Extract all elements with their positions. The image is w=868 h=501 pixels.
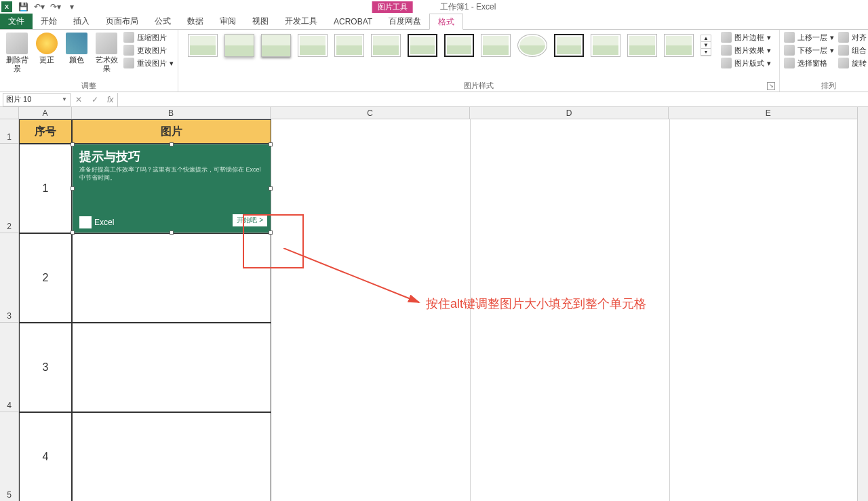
resize-handle-ne[interactable] — [269, 142, 273, 146]
tab-file[interactable]: 文件 — [0, 14, 33, 29]
remove-background-button[interactable]: 删除背景 — [3, 31, 31, 75]
color-button[interactable]: 颜色 — [62, 31, 91, 66]
style-item-4[interactable] — [298, 34, 328, 57]
col-header-A[interactable]: A — [19, 107, 72, 119]
tab-baidu[interactable]: 百度网盘 — [380, 14, 429, 29]
col-header-C[interactable]: C — [271, 107, 470, 119]
border-label: 图片边框 — [734, 33, 764, 43]
col-header-D[interactable]: D — [470, 107, 669, 119]
selpane-label: 选择窗格 — [797, 58, 827, 68]
artistic-button[interactable]: 艺术效果 — [92, 31, 121, 75]
style-item-10[interactable] — [517, 34, 547, 57]
align-button[interactable]: 对齐 ▾ — [837, 31, 868, 43]
qat-save[interactable]: 💾 — [15, 1, 31, 13]
cell-B3[interactable] — [72, 233, 271, 323]
select-all-button[interactable] — [0, 107, 19, 119]
cell-A5[interactable]: 4 — [19, 412, 72, 501]
cell-A3[interactable]: 2 — [19, 233, 72, 323]
style-item-11[interactable] — [554, 34, 584, 57]
remove-bg-label: 删除背景 — [4, 56, 30, 73]
embedded-picture[interactable]: 提示与技巧 准备好提高工作效率了吗？这里有五个快速提示，可帮助你在 Excel … — [72, 144, 271, 233]
styles-launcher[interactable]: ↘ — [767, 82, 775, 90]
cell-B5[interactable] — [72, 412, 271, 501]
cell-A4[interactable]: 3 — [19, 323, 72, 412]
rotate-button[interactable]: 旋转 ▾ — [837, 57, 868, 69]
style-item-12[interactable] — [591, 34, 620, 57]
compress-pic-button[interactable]: 压缩图片 — [122, 31, 175, 43]
tab-formulas[interactable]: 公式 — [146, 14, 179, 29]
style-item-9[interactable] — [481, 34, 511, 57]
chevron-down-icon[interactable]: ▼ — [62, 96, 67, 102]
change-pic-button[interactable]: 更改图片 — [122, 44, 175, 56]
name-box[interactable]: 图片 10▼ — [3, 93, 71, 106]
style-item-7[interactable] — [408, 34, 437, 57]
style-item-6[interactable] — [371, 34, 401, 57]
cell-col-E[interactable] — [670, 119, 868, 501]
qat-undo[interactable]: ↶▾ — [31, 1, 47, 13]
qat-custom[interactable]: ▾ — [64, 1, 80, 13]
change-icon — [123, 45, 134, 56]
group-button[interactable]: 组合 ▾ — [837, 44, 868, 56]
picture-layout-button[interactable]: 图片版式 ▾ — [719, 57, 772, 69]
tab-data[interactable]: 数据 — [179, 14, 212, 29]
contextual-tab-label: 图片工具 — [372, 1, 413, 13]
formula-bar: 图片 10▼ ✕ ✓ fx — [0, 92, 868, 107]
cell-A2[interactable]: 1 — [19, 144, 72, 233]
pic-subtitle: 准备好提高工作效率了吗？这里有五个快速提示，可帮助你在 Excel 中节省时间。 — [73, 166, 271, 182]
resize-handle-e[interactable] — [269, 186, 273, 191]
gallery-more[interactable]: ▲▼▾ — [701, 35, 711, 56]
selpane-icon — [784, 58, 795, 68]
piclayout-label: 图片版式 — [734, 58, 764, 68]
cells-area[interactable]: 序号 图片 1 2 3 4 提示与技巧 准备好提高工作效率了吗？这里有五个快速提… — [19, 119, 868, 501]
style-item-13[interactable] — [627, 34, 657, 57]
accept-formula-button[interactable]: ✓ — [87, 95, 103, 104]
row-header-5[interactable]: 5 — [0, 412, 19, 501]
tab-insert[interactable]: 插入 — [65, 14, 98, 29]
row-header-2[interactable]: 2 — [0, 144, 19, 233]
resize-handle-nw[interactable] — [71, 142, 75, 146]
col-header-B[interactable]: B — [72, 107, 271, 119]
artistic-icon — [96, 33, 117, 54]
resize-handle-n[interactable] — [170, 142, 174, 146]
tab-view[interactable]: 视图 — [244, 14, 277, 29]
style-item-5[interactable] — [334, 34, 364, 57]
pic-footer: Excel — [79, 216, 114, 228]
rotate-icon — [838, 58, 849, 68]
group-icon — [838, 45, 849, 56]
cell-B4[interactable] — [72, 323, 271, 412]
fx-icon[interactable]: fx — [103, 95, 117, 104]
tab-acrobat[interactable]: ACROBAT — [326, 14, 380, 29]
resize-handle-sw[interactable] — [71, 231, 75, 235]
picture-border-button[interactable]: 图片边框 ▾ — [719, 31, 772, 43]
cell-A1[interactable]: 序号 — [19, 119, 72, 144]
style-item-1[interactable] — [188, 34, 218, 57]
tab-format[interactable]: 格式 — [429, 14, 463, 30]
tab-review[interactable]: 审阅 — [212, 14, 244, 29]
formula-input[interactable] — [117, 93, 868, 106]
corrections-button[interactable]: 更正 — [33, 31, 61, 66]
selection-pane-button[interactable]: 选择窗格 — [783, 57, 835, 69]
cell-B1[interactable]: 图片 — [72, 119, 271, 144]
bring-forward-button[interactable]: 上移一层 ▾ — [783, 31, 835, 43]
send-backward-button[interactable]: 下移一层 ▾ — [783, 44, 835, 56]
style-item-14[interactable] — [664, 34, 694, 57]
reset-pic-button[interactable]: 重设图片 ▾ — [122, 57, 175, 69]
row-header-1[interactable]: 1 — [0, 119, 19, 144]
vertical-scrollbar[interactable] — [857, 107, 868, 501]
style-item-8[interactable] — [444, 34, 474, 57]
cancel-formula-button[interactable]: ✕ — [71, 95, 87, 104]
picture-effects-button[interactable]: 图片效果 ▾ — [719, 44, 772, 56]
row-header-4[interactable]: 4 — [0, 323, 19, 412]
tab-home[interactable]: 开始 — [33, 14, 65, 29]
style-item-3[interactable] — [261, 34, 291, 57]
tab-layout[interactable]: 页面布局 — [98, 14, 146, 29]
resize-handle-s[interactable] — [170, 231, 174, 235]
qat-redo[interactable]: ↷▾ — [47, 1, 64, 13]
resize-handle-w[interactable] — [71, 186, 75, 191]
pic-title: 提示与技巧 — [73, 144, 271, 166]
tab-devtools[interactable]: 开发工具 — [277, 14, 326, 29]
row-header-3[interactable]: 3 — [0, 233, 19, 323]
col-header-E[interactable]: E — [669, 107, 868, 119]
align-label: 对齐 — [852, 33, 867, 43]
style-item-2[interactable] — [224, 34, 254, 57]
